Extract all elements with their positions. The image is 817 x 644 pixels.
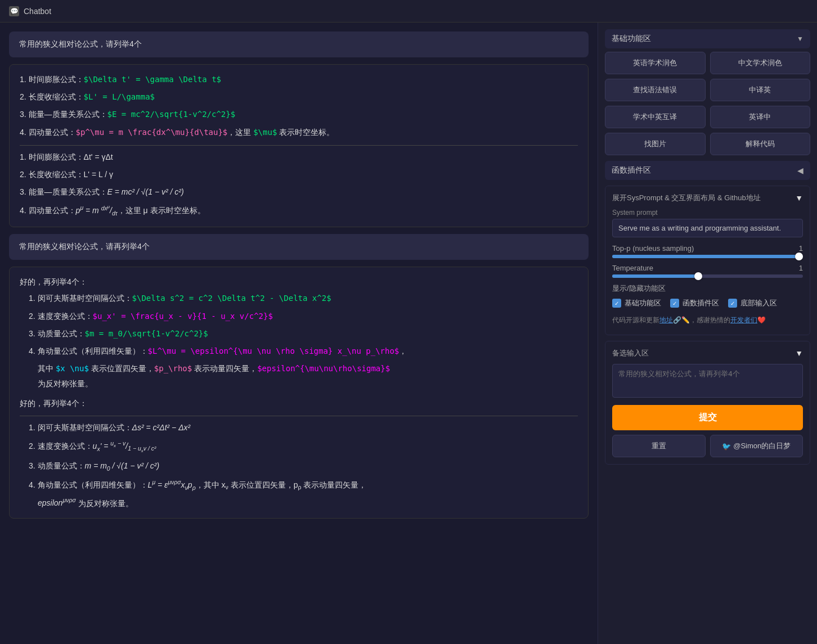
btn-find-image[interactable]: 找图片	[605, 133, 706, 155]
basic-functions-arrow: ▼	[797, 35, 803, 43]
btn-zh-to-en[interactable]: 中译英	[710, 79, 811, 101]
checkbox-basic: ✓	[612, 299, 621, 308]
top-p-section: Top-p (nucleus sampling) 1	[612, 244, 803, 258]
contributors-link[interactable]: 开发者们	[730, 316, 757, 324]
top-p-slider[interactable]	[612, 255, 803, 258]
sidebar: 基础功能区 ▼ 英语学术润色 中文学术润色 查找语法错误 中译英 学术中英互译 …	[598, 22, 817, 644]
btn-chinese-academic[interactable]: 中文学术润色	[710, 52, 811, 74]
btn-explain-code[interactable]: 解释代码	[710, 133, 811, 155]
visibility-input[interactable]: ✓ 底部输入区	[728, 298, 777, 308]
chatbot-icon: 💬	[9, 6, 19, 16]
btn-find-grammar[interactable]: 查找语法错误	[605, 79, 706, 101]
system-prompt-label: System prompt	[612, 209, 803, 217]
submit-button[interactable]: 提交	[612, 405, 803, 430]
reset-button[interactable]: 重置	[612, 435, 706, 457]
basic-functions-section: 基础功能区 ▼ 英语学术润色 中文学术润色 查找语法错误 中译英 学术中英互译 …	[605, 29, 810, 155]
user-message-1: 常用的狭义相对论公式，请列举4个	[9, 31, 589, 57]
stop-button[interactable]: 🐦 @Simon的白日梦	[710, 435, 803, 457]
checkbox-plugin: ✓	[670, 299, 679, 308]
visibility-section: 显示/隐藏功能区 ✓ 基础功能区 ✓ 函数插件区 ✓ 底部输入区	[612, 283, 803, 308]
plugin-section[interactable]: 函数插件区 ◀	[605, 161, 810, 180]
btn-academic-mutual[interactable]: 学术中英互译	[605, 106, 706, 128]
assistant-message-2: 好的，再列举4个： 1. 闵可夫斯基时空间隔公式：$\Delta s^2 = c…	[9, 267, 589, 519]
system-prompt-value: Serve me as a writing and programming as…	[612, 219, 803, 237]
visibility-basic[interactable]: ✓ 基础功能区	[612, 298, 661, 308]
btn-en-to-zh[interactable]: 英译中	[710, 106, 811, 128]
app-header: 💬 Chatbot	[0, 0, 817, 22]
sysprompt-arrow[interactable]: ▼	[795, 193, 803, 202]
app-title: Chatbot	[24, 7, 51, 16]
footer-links: 代码开源和更新地址🔗✏️，感谢热情的开发者们❤️	[612, 313, 803, 328]
assistant-message-1: 1. 时间膨胀公式：$\Delta t' = \gamma \Delta t$ …	[9, 64, 589, 227]
visibility-plugin[interactable]: ✓ 函数插件区	[670, 298, 719, 308]
btn-english-academic[interactable]: 英语学术润色	[605, 52, 706, 74]
sysprompt-header: 展开SysPrompt & 交互界面布局 & Github地址 ▼	[612, 193, 803, 203]
alt-textarea[interactable]	[612, 364, 803, 398]
bottom-buttons: 重置 🐦 @Simon的白日梦	[612, 435, 803, 457]
alt-input-arrow[interactable]: ▼	[795, 349, 803, 358]
plugin-arrow: ◀	[797, 166, 803, 175]
checkbox-input: ✓	[728, 299, 737, 308]
temperature-section: Temperature 1	[612, 264, 803, 278]
user-message-2: 常用的狭义相对论公式，请再列举4个	[9, 234, 589, 260]
sysprompt-section: 展开SysPrompt & 交互界面布局 & Github地址 ▼ System…	[605, 186, 810, 335]
chat-panel: 常用的狭义相对论公式，请列举4个 1. 时间膨胀公式：$\Delta t' = …	[0, 22, 598, 644]
address-link[interactable]: 地址	[659, 316, 673, 324]
alt-input-section: 备选输入区 ▼ 提交 重置 🐦 @Simon的白日梦	[605, 341, 810, 465]
basic-functions-grid: 英语学术润色 中文学术润色 查找语法错误 中译英 学术中英互译 英译中 找图片 …	[605, 52, 810, 155]
temperature-slider[interactable]	[612, 274, 803, 278]
basic-functions-header[interactable]: 基础功能区 ▼	[605, 29, 810, 48]
main-layout: 常用的狭义相对论公式，请列举4个 1. 时间膨胀公式：$\Delta t' = …	[0, 22, 817, 644]
